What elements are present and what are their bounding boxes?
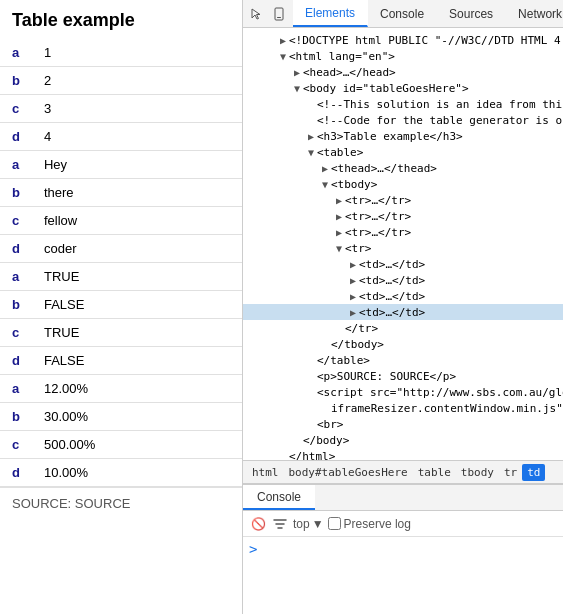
source-line[interactable]: <tr> xyxy=(243,240,563,256)
row-value: TRUE xyxy=(32,319,242,347)
source-line[interactable]: <body id="tableGoesHere"> xyxy=(243,80,563,96)
source-line[interactable]: <script src="http://www.sbs.com.au/globa… xyxy=(243,384,563,400)
source-line[interactable]: <tr>…</tr> xyxy=(243,208,563,224)
breadcrumb-item[interactable]: tbody xyxy=(456,464,499,481)
source-line[interactable]: <!DOCTYPE html PUBLIC "-//W3C//DTD HTML … xyxy=(243,32,563,48)
console-prompt[interactable]: > xyxy=(249,541,257,557)
expand-icon[interactable] xyxy=(347,274,359,286)
source-line[interactable]: <p>SOURCE: SOURCE</p> xyxy=(243,368,563,384)
expand-icon[interactable] xyxy=(305,146,317,158)
source-line[interactable]: <td>…</td> xyxy=(243,304,563,320)
source-line[interactable]: <tr>…</tr> xyxy=(243,192,563,208)
source-line[interactable]: <td>…</td> xyxy=(243,288,563,304)
filter-icon[interactable] xyxy=(271,515,289,533)
row-key: b xyxy=(0,403,32,431)
console-tab-console[interactable]: Console xyxy=(243,485,315,510)
row-value: 500.00% xyxy=(32,431,242,459)
row-key: a xyxy=(0,263,32,291)
expand-icon[interactable] xyxy=(333,242,345,254)
breadcrumb-item[interactable]: td xyxy=(522,464,545,481)
row-value: 1 xyxy=(32,39,242,67)
row-key: d xyxy=(0,235,32,263)
source-line[interactable]: <html lang="en"> xyxy=(243,48,563,64)
devtools-panel: ElementsConsoleSourcesNetwork <!DOCTYPE … xyxy=(243,0,563,614)
source-line[interactable]: </body> xyxy=(243,432,563,448)
console-content[interactable]: > xyxy=(243,537,563,614)
clear-console-icon[interactable]: 🚫 xyxy=(249,515,267,533)
source-line[interactable]: </tbody> xyxy=(243,336,563,352)
expand-icon[interactable] xyxy=(277,50,289,62)
source-code: <td>…</td> xyxy=(359,290,425,303)
breadcrumb-item[interactable]: tr xyxy=(499,464,522,481)
svg-rect-0 xyxy=(275,8,283,20)
expand-icon[interactable] xyxy=(319,162,331,174)
source-line[interactable]: <td>…</td> xyxy=(243,256,563,272)
expand-icon[interactable] xyxy=(333,226,345,238)
source-line[interactable]: iframeResizer.contentWindow.min.js"></sc… xyxy=(243,400,563,416)
row-key: c xyxy=(0,207,32,235)
devtools-tab-sources[interactable]: Sources xyxy=(437,0,506,27)
devtools-tab-console[interactable]: Console xyxy=(368,0,437,27)
source-code: <tbody> xyxy=(331,178,377,191)
source-line[interactable]: </html> xyxy=(243,448,563,460)
source-line[interactable]: <!--Code for the table generator is on G… xyxy=(243,112,563,128)
breadcrumb-item[interactable]: html xyxy=(247,464,284,481)
source-line[interactable]: <tbody> xyxy=(243,176,563,192)
expand-icon[interactable] xyxy=(319,178,331,190)
source-line[interactable]: <thead>…</thead> xyxy=(243,160,563,176)
cursor-icon[interactable] xyxy=(247,4,267,24)
expand-icon[interactable] xyxy=(291,82,303,94)
row-value: 3 xyxy=(32,95,242,123)
source-line[interactable]: <head>…</head> xyxy=(243,64,563,80)
expand-icon[interactable] xyxy=(291,66,303,78)
expand-icon[interactable] xyxy=(347,306,359,318)
table-row: b2 xyxy=(0,67,242,95)
row-key: c xyxy=(0,319,32,347)
preserve-log-label: Preserve log xyxy=(344,517,411,531)
source-line[interactable]: <h3>Table example</h3> xyxy=(243,128,563,144)
source-code: <br> xyxy=(317,418,344,431)
breadcrumb-item[interactable]: table xyxy=(413,464,456,481)
expand-icon[interactable] xyxy=(347,258,359,270)
top-select[interactable]: top ▼ xyxy=(293,517,324,531)
table-row: c500.00% xyxy=(0,431,242,459)
source-line[interactable]: </tr> xyxy=(243,320,563,336)
mobile-icon[interactable] xyxy=(269,4,289,24)
devtools-tab-elements[interactable]: Elements xyxy=(293,0,368,27)
row-key: d xyxy=(0,123,32,151)
source-line[interactable]: </table> xyxy=(243,352,563,368)
source-code: <!--Code for the table generator is on G… xyxy=(317,114,563,127)
source-code: <html lang="en"> xyxy=(289,50,395,63)
source-code: iframeResizer.contentWindow.min.js"></sc… xyxy=(331,402,563,415)
table-row: cTRUE xyxy=(0,319,242,347)
source-line[interactable]: <td>…</td> xyxy=(243,272,563,288)
source-code: </tbody> xyxy=(331,338,384,351)
expand-icon[interactable] xyxy=(347,290,359,302)
expand-icon[interactable] xyxy=(333,210,345,222)
html-source[interactable]: <!DOCTYPE html PUBLIC "-//W3C//DTD HTML … xyxy=(243,28,563,460)
table-row: dcoder xyxy=(0,235,242,263)
expand-icon[interactable] xyxy=(277,34,289,46)
dropdown-arrow-icon: ▼ xyxy=(312,517,324,531)
preserve-log-checkbox[interactable] xyxy=(328,517,341,530)
row-key: a xyxy=(0,151,32,179)
breadcrumb-item[interactable]: body#tableGoesHere xyxy=(284,464,413,481)
devtools-tab-network[interactable]: Network xyxy=(506,0,563,27)
expand-icon[interactable] xyxy=(305,130,317,142)
left-panel: Table example a1b2c3d4aHeybtherecfellowd… xyxy=(0,0,243,614)
table-row: c3 xyxy=(0,95,242,123)
source-line[interactable]: <tr>…</tr> xyxy=(243,224,563,240)
source-line[interactable]: <br> xyxy=(243,416,563,432)
row-value: 30.00% xyxy=(32,403,242,431)
source-line[interactable]: <!--This solution is an idea from this b… xyxy=(243,96,563,112)
row-value: TRUE xyxy=(32,263,242,291)
preserve-log-toggle[interactable]: Preserve log xyxy=(328,517,411,531)
source-code: <head>…</head> xyxy=(303,66,396,79)
tool-icons xyxy=(243,4,293,24)
content-table: a1b2c3d4aHeybtherecfellowdcoderaTRUEbFAL… xyxy=(0,39,242,487)
table-row: a1 xyxy=(0,39,242,67)
expand-icon[interactable] xyxy=(333,194,345,206)
source-code: <tr> xyxy=(345,242,372,255)
source-line[interactable]: <table> xyxy=(243,144,563,160)
source-code: <!DOCTYPE html PUBLIC "-//W3C//DTD HTML … xyxy=(289,34,563,47)
